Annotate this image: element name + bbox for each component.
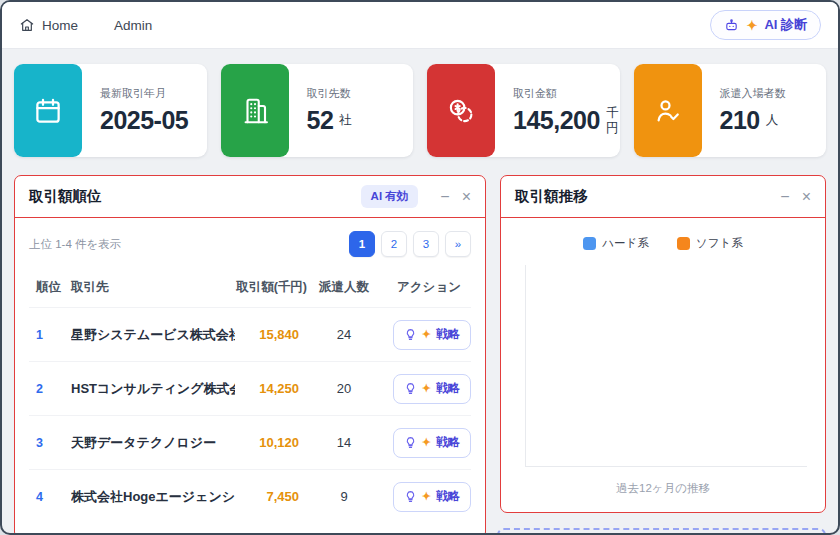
partner-name-cell: 星野システムービス株式会社 [71,326,235,344]
amount-cell: 7,450 [235,489,315,504]
column-header-rank: 順位 [29,279,71,296]
trend-chart-area [525,265,807,467]
ai-strategy-button[interactable]: ✦ 戦略 [393,374,471,404]
close-button[interactable]: × [462,189,471,205]
trend-footer-text: 過去12ヶ月の推移 [501,471,825,512]
ranking-panel-header: 取引額順位 AI 有効 − × [15,176,485,218]
ai-strategy-label: 戦略 [436,434,460,451]
legend-swatch [583,237,596,250]
minimize-button[interactable]: − [440,189,449,205]
lightbulb-icon [404,436,417,449]
rank-cell: 4 [29,490,71,504]
home-icon [19,17,35,33]
stat-card-label: 取引金額 [513,86,620,101]
people-cell: 9 [315,489,373,504]
ai-strategy-label: 戦略 [436,326,460,343]
ranking-subrow: 上位 1-4 件を表示 1 2 3 » [15,218,485,267]
stat-card-label: 派遣入場者数 [720,86,786,101]
ai-strategy-button[interactable]: ✦ 戦略 [393,320,471,350]
person-check-icon [634,64,702,157]
people-cell: 20 [315,381,373,396]
column-header-action: アクション [373,279,471,296]
stat-card-label: 最新取引年月 [100,86,194,101]
amount-cell: 14,250 [235,381,315,396]
stat-card-latest-month: 最新取引年月 2025-05 [14,64,207,157]
stat-card-unit: 人 [766,113,779,128]
sparkle-icon: ✦ [422,437,431,448]
app-window: Home Admin ✦ AI 診断 最新取引年月 2025-05 [0,0,840,535]
stat-card-text: 取引先数 52 社 [307,64,352,157]
stat-card-value: 145,200 [513,106,600,135]
sparkle-icon: ✦ [422,491,431,502]
rank-cell: 2 [29,382,71,396]
nav-admin-label: Admin [114,18,152,33]
coins-icon [427,64,495,157]
panels-row: 取引額順位 AI 有効 − × 上位 1-4 件を表示 1 2 3 » 順位 取… [14,175,826,535]
nav-home[interactable]: Home [19,17,78,33]
ai-diagnosis-label: AI 診断 [764,16,807,34]
rank-cell: 1 [29,328,71,342]
stat-card-text: 取引金額 145,200 千円 [513,64,620,157]
lightbulb-icon [404,382,417,395]
legend-swatch [677,237,690,250]
lightbulb-icon [404,328,417,341]
nav-home-label: Home [42,18,78,33]
trend-panel: 取引額推移 − × ハード系 ソフト系 過去12ヶ月の推移 [500,175,826,513]
table-row: 1 星野システムービス株式会社 15,840 24 ✦ 戦略 [29,307,471,361]
minimize-button[interactable]: − [780,189,789,205]
people-cell: 14 [315,435,373,450]
stat-card-amount: 取引金額 145,200 千円 [427,64,620,157]
stat-card-unit: 千円 [606,106,620,136]
table-row: 2 HSTコンサルティング株式会社 14,250 20 ✦ 戦略 [29,361,471,415]
sparkle-icon: ✦ [422,383,431,394]
chart-legend: ハード系 ソフト系 [501,218,825,253]
page-button-next[interactable]: » [445,231,471,257]
ranking-panel: 取引額順位 AI 有効 − × 上位 1-4 件を表示 1 2 3 » 順位 取… [14,175,486,535]
calendar-icon [14,64,82,157]
range-text: 上位 1-4 件を表示 [29,237,121,252]
page-button-1[interactable]: 1 [349,231,375,257]
page-button-3[interactable]: 3 [413,231,439,257]
amount-cell: 10,120 [235,435,315,450]
ranking-panel-title: 取引額順位 [29,187,361,206]
ai-strategy-label: 戦略 [436,380,460,397]
legend-label: ハード系 [602,236,649,251]
robot-icon [724,18,739,33]
stat-card-text: 派遣入場者数 210 人 [720,64,786,157]
dashed-widget-placeholder [497,528,826,535]
sparkle-icon: ✦ [746,19,757,32]
stat-card-unit: 社 [339,113,352,128]
legend-item-hard[interactable]: ハード系 [583,236,649,251]
stat-cards-row: 最新取引年月 2025-05 取引先数 52 社 [14,64,826,157]
partner-name-cell: 株式会社Hogeエージェンシー [71,488,235,506]
trend-panel-header: 取引額推移 − × [501,176,825,218]
ai-strategy-label: 戦略 [436,488,460,505]
amount-cell: 15,840 [235,327,315,342]
trend-panel-title: 取引額推移 [515,187,768,206]
ai-strategy-button[interactable]: ✦ 戦略 [393,482,471,512]
ai-diagnosis-button[interactable]: ✦ AI 診断 [710,10,821,40]
partner-name-cell: 天野データテクノロジー [71,434,235,452]
people-cell: 24 [315,327,373,342]
column-header-people: 派遣人数 [315,279,373,296]
stat-card-visitors: 派遣入場者数 210 人 [634,64,827,157]
ai-strategy-button[interactable]: ✦ 戦略 [393,428,471,458]
partner-name-cell: HSTコンサルティング株式会社 [71,380,235,398]
lightbulb-icon [404,490,417,503]
ranking-table: 順位 取引先 取引額(千円) 派遣人数 アクション 1 星野システムービス株式会… [15,267,485,523]
legend-item-soft[interactable]: ソフト系 [677,236,743,251]
table-header-row: 順位 取引先 取引額(千円) 派遣人数 アクション [29,267,471,307]
stat-card-label: 取引先数 [307,86,352,101]
nav-admin[interactable]: Admin [114,18,152,33]
column-header-amount: 取引額(千円) [235,279,315,296]
stat-card-value: 52 [307,106,334,135]
table-row: 3 天野データテクノロジー 10,120 14 ✦ 戦略 [29,415,471,469]
close-button[interactable]: × [802,189,811,205]
stat-card-value: 210 [720,106,760,135]
building-icon [221,64,289,157]
page-button-2[interactable]: 2 [381,231,407,257]
main-nav: Home Admin [19,17,152,33]
rank-cell: 3 [29,436,71,450]
stat-card-value: 2025-05 [100,106,188,135]
ai-enabled-badge: AI 有効 [361,185,419,208]
